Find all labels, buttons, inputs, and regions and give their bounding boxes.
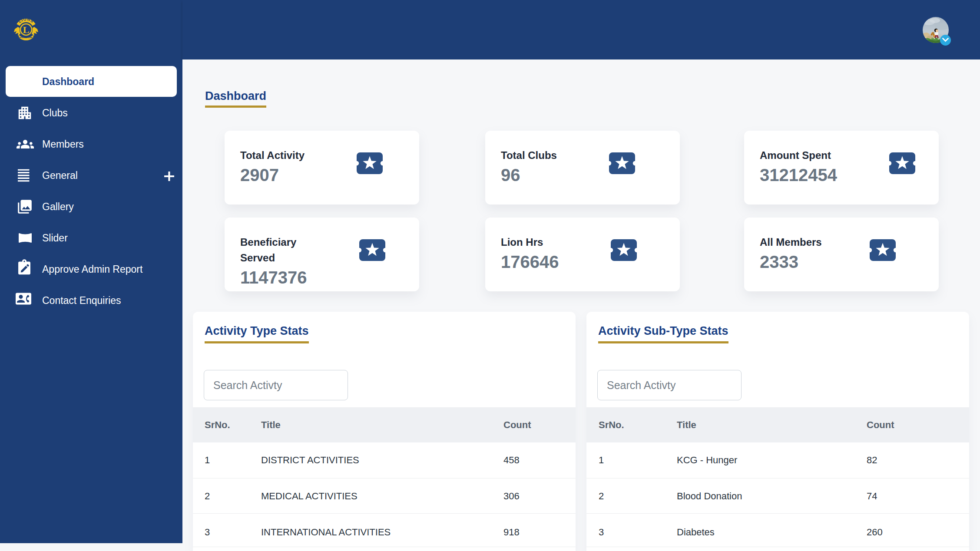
svg-text:LIONS: LIONS bbox=[17, 17, 34, 24]
svg-text:L: L bbox=[23, 24, 30, 35]
svg-text:INTERNATIONAL: INTERNATIONAL bbox=[19, 36, 33, 39]
